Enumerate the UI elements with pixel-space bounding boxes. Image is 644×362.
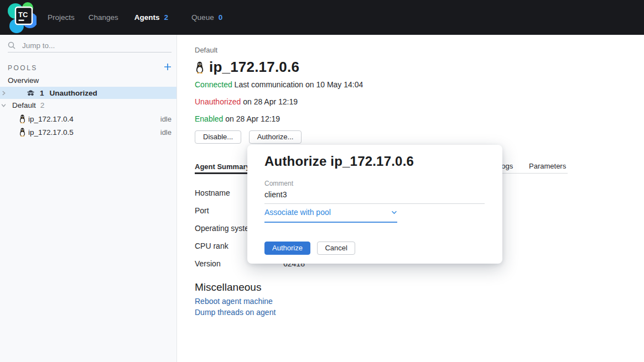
page-title: ip_172.17.0.6 bbox=[209, 59, 299, 76]
pools-header: POOLS bbox=[8, 64, 38, 72]
agent-status: idle bbox=[160, 115, 172, 123]
nav-changes[interactable]: Changes bbox=[89, 13, 118, 22]
nav-agents[interactable]: Agents2 bbox=[134, 13, 168, 22]
row-port-label: Port bbox=[195, 206, 209, 215]
chevron-down-icon[interactable] bbox=[1, 103, 6, 108]
queue-count-badge: 0 bbox=[219, 13, 223, 22]
nav-queue[interactable]: Queue0 bbox=[191, 13, 222, 22]
row-version-label: Version bbox=[195, 259, 221, 268]
dialog-buttons: Authorize Cancel bbox=[264, 242, 355, 255]
sidebar: POOLS Overview 1 Unauthorized Default 2 bbox=[0, 35, 177, 362]
row-os-label: Operating system bbox=[195, 224, 256, 233]
sidebar-item-default-pool[interactable]: Default 2 bbox=[0, 99, 176, 112]
sidebar-item-agent-4[interactable]: ip_172.17.0.4 idle bbox=[0, 112, 176, 125]
agent-title-row: ip_172.17.0.6 bbox=[195, 59, 299, 76]
unauthorized-label: Unauthorized bbox=[50, 89, 97, 97]
status-connected: Connected Last communication on 10 May 1… bbox=[195, 80, 363, 89]
row-cpu-label: CPU rank bbox=[195, 242, 228, 250]
chevron-down-icon bbox=[391, 211, 397, 214]
sidebar-item-agent-5[interactable]: ip_172.17.0.5 idle bbox=[0, 125, 176, 139]
chevron-right-icon[interactable] bbox=[1, 91, 6, 96]
unauthorized-agents-icon bbox=[26, 88, 35, 97]
svg-text:TC: TC bbox=[18, 11, 28, 19]
default-pool-count: 2 bbox=[40, 101, 45, 109]
dialog-title: Authorize ip_172.17.0.6 bbox=[264, 154, 414, 169]
agent-action-buttons: Disable... Authorize... bbox=[195, 130, 307, 144]
linux-icon bbox=[195, 61, 205, 74]
sidebar-item-overview[interactable]: Overview bbox=[0, 75, 176, 86]
cancel-button[interactable]: Cancel bbox=[317, 242, 355, 255]
teamcity-logo[interactable]: TC bbox=[7, 2, 37, 33]
pool-select[interactable]: Associate with pool bbox=[264, 208, 397, 223]
comment-label: Comment bbox=[264, 180, 293, 187]
nav-projects[interactable]: Projects bbox=[48, 13, 75, 22]
status-enabled: Enabled on 28 Apr 12:19 bbox=[195, 114, 280, 123]
tab-parameters[interactable]: Parameters bbox=[529, 162, 566, 170]
unauthorized-count: 1 bbox=[40, 89, 44, 97]
disable-button[interactable]: Disable... bbox=[195, 130, 241, 144]
pools-header-row: POOLS bbox=[8, 62, 172, 74]
search-icon bbox=[8, 41, 15, 49]
sidebar-item-unauthorized[interactable]: 1 Unauthorized bbox=[0, 87, 176, 99]
linux-icon bbox=[19, 128, 26, 137]
tab-agent-summary[interactable]: Agent Summary bbox=[195, 162, 250, 174]
add-pool-button[interactable] bbox=[163, 62, 172, 74]
authorize-dialog: Authorize ip_172.17.0.6 Comment Associat… bbox=[247, 145, 502, 264]
breadcrumb[interactable]: Default bbox=[195, 46, 217, 54]
status-unauthorized: Unauthorized on 28 Apr 12:19 bbox=[195, 97, 298, 106]
jump-to-input[interactable] bbox=[21, 41, 156, 50]
row-hostname-label: Hostname bbox=[195, 188, 230, 197]
miscellaneous-heading: Miscellaneous bbox=[195, 281, 261, 293]
authorize-confirm-button[interactable]: Authorize bbox=[264, 242, 310, 255]
authorize-open-button[interactable]: Authorize... bbox=[249, 130, 302, 144]
linux-icon bbox=[19, 114, 26, 123]
dump-threads-link[interactable]: Dump threads on agent bbox=[195, 308, 276, 317]
reboot-agent-link[interactable]: Reboot agent machine bbox=[195, 297, 273, 306]
sidebar-search[interactable] bbox=[8, 39, 172, 53]
comment-input[interactable] bbox=[264, 189, 485, 204]
agent-status: idle bbox=[160, 128, 172, 137]
agents-count-badge: 2 bbox=[164, 13, 169, 22]
top-nav-bar: TC Projects Changes Agents2 Queue0 bbox=[0, 0, 644, 35]
main-nav: Projects Changes Agents2 Queue0 bbox=[37, 13, 222, 22]
